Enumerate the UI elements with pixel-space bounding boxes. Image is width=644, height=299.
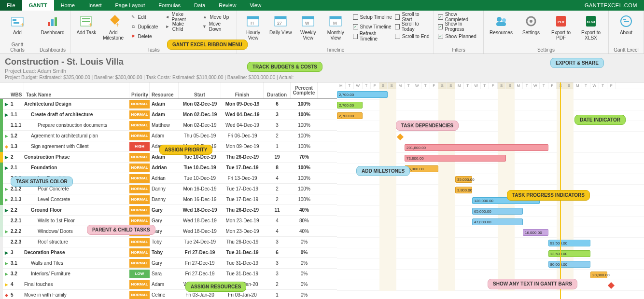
row-indicator-icon: ▶ [3,112,10,117]
export-xlsx-button[interactable]: XLSXExport to XLSX [577,13,604,41]
task-row[interactable]: ▶2.2.2Windows/ DoorsNORMALGaryWed 18-Dec… [0,226,337,237]
gantt-bar[interactable]: 35,000.00 [455,176,472,183]
show-completed-check[interactable]: ✓Show Completed [438,13,479,21]
gantt-bar[interactable]: 3,800.00 [455,187,472,193]
daily-icon: 27 [273,14,288,29]
cell-wbs: 1.1 [10,112,24,117]
task-row[interactable]: ▶1.2Agreement to architectural planNORMA… [0,131,337,141]
make-parent-button[interactable]: ◄Make Parent [163,13,197,21]
add-task-button[interactable]: + Add Task [74,13,98,36]
edit-button[interactable]: ✎Edit [128,13,160,21]
menu-insert[interactable]: Insert [82,0,109,11]
show-timeline-check[interactable]: ✓Show Timeline [353,22,392,31]
menu-home[interactable]: Home [54,0,82,11]
cell-duration: 3 [264,271,291,276]
gantt-bar[interactable]: 16,000.00 [523,229,548,236]
cell-duration: 6 [264,250,291,255]
task-row[interactable]: ▶3.1Walls and TilesNORMALGaryFri 27-Dec-… [0,258,337,269]
scroll-start-check[interactable]: Scroll to Start [395,13,430,21]
cell-resource: Gary [150,260,179,266]
menu-gantt[interactable]: GANTT [22,0,54,11]
col-resource[interactable]: Resource [150,82,179,98]
gantt-bar[interactable]: 73,800.00 [405,155,506,162]
duplicate-button[interactable]: ⧉Duplicate [128,22,160,31]
task-row[interactable]: 2.2.3Roof structureNORMALTobyTue 24-Dec-… [0,237,337,247]
col-task-name[interactable]: Task Name [24,82,129,98]
gantt-row: 201,800.00 [337,142,644,153]
menu-page-layout[interactable]: Page Layout [108,0,152,11]
hourly-view-button[interactable]: HHourly View [241,13,266,41]
cell-priority: NORMAL [129,185,150,193]
task-row[interactable]: ▶2.1FoundationNORMALAdrianTue 10-Dec-19T… [0,163,337,173]
cell-priority: HIGH [129,142,150,151]
day-letter: T [481,82,490,89]
scroll-today-check[interactable]: Scroll to Today [395,22,430,31]
svg-rect-4 [48,22,50,26]
task-row[interactable]: ▶4Final touchesNORMALAdamWed 01-Jan-20Th… [0,279,337,290]
scroll-end-check[interactable]: Scroll to End [395,32,430,41]
cell-wbs: 2.2.3 [10,239,24,245]
settings-button[interactable]: Settings [518,13,545,36]
milestone-marker[interactable] [608,282,615,289]
daily-view-button[interactable]: 27Daily View [268,13,293,36]
gantt-bar[interactable]: 2,700.00 [337,102,363,109]
task-row[interactable]: ▶2.1.3Level ConcreteNORMALDannyMon 16-De… [0,194,337,205]
gantt-bar[interactable]: 80,000.00 [548,261,591,268]
gantt-bar[interactable]: 47,000.00 [472,218,523,225]
cell-wbs: 4 [10,282,24,287]
col-duration[interactable]: Duration [264,82,291,98]
gantt-bar[interactable]: 65,000.00 [472,208,523,215]
add-milestone-button[interactable]: + Add Milestone [101,13,126,41]
svg-rect-35 [623,19,626,20]
weekly-view-button[interactable]: WWeekly View [296,13,321,41]
menu-formulas[interactable]: Formulas [152,0,187,11]
callout-ribbon-menu: GANTT EXCEL RIBBON MENU [167,40,248,50]
setup-timeline-check[interactable]: Setup Timeline [353,13,392,21]
task-row[interactable]: ▶3Decoration PhaseNORMALTobyFri 27-Dec-1… [0,247,337,258]
about-button[interactable]: About [613,13,640,36]
gantt-bar[interactable]: 13,500.00 [548,250,591,257]
task-row[interactable]: 2.2.1Walls to 1st FloorNORMALGaryWed 18-… [0,216,337,226]
task-row[interactable]: ▶1.1Create draft of architectureNORMALAd… [0,109,337,120]
task-row[interactable]: ▶1Architectural DesignNORMALAdamMon 02-D… [0,99,337,109]
task-row[interactable]: 1.1.1Prepare construction documentsNORMA… [0,120,337,131]
menu-review[interactable]: Review [212,0,243,11]
menu-data[interactable]: Data [187,0,212,11]
day-letter: F [489,82,498,89]
add-button[interactable]: + Add [4,13,31,36]
milestone-marker[interactable] [396,134,403,140]
task-row[interactable]: ▶2.2Ground FloorNORMALGaryWed 18-Dec-19T… [0,205,337,216]
gantt-bar[interactable]: 2,700.00 [337,91,388,98]
gantt-bar[interactable]: 201,800.00 [405,144,548,151]
refresh-timeline-check[interactable]: Refresh Timeline [353,32,392,41]
delete-button[interactable]: ✖Delete [128,32,160,41]
export-pdf-button[interactable]: PDFExport to PDF [547,13,574,41]
col-start[interactable]: Start [179,82,221,98]
status-color [0,173,3,184]
cell-priority: NORMAL [129,238,150,246]
gantt-bar[interactable]: 93,500.00 [548,240,591,246]
move-up-button[interactable]: ▲Move Up [200,13,233,21]
show-planned-check[interactable]: ✓Show Planned [438,32,479,41]
monthly-view-button[interactable]: MMonthly View [323,13,348,41]
menu-view[interactable]: View [243,0,268,11]
callout-task-deps: TASK DEPENDENCIES [396,121,459,131]
move-down-button[interactable]: ▼Move Down [200,22,233,31]
resources-button[interactable]: Resources [488,13,515,36]
make-child-button[interactable]: ►Make Child [163,22,197,31]
up-icon: ▲ [202,14,208,20]
col-wbs[interactable]: WBS [0,82,24,98]
col-finish[interactable]: Finish [221,82,264,98]
task-row[interactable]: ▶3.2Interiors/ FurnitureLOWSaraFri 27-De… [0,269,337,279]
cell-start: Tue 10-Dec-19 [179,176,221,181]
show-inprogress-check[interactable]: ✓Show In Progress [438,22,479,31]
dashboard-button[interactable]: Dashboard [39,13,66,36]
col-priority[interactable]: Priority [129,82,150,98]
col-percent-complete[interactable]: PercentComplete [291,82,318,98]
gantt-row: 93,500.00 [337,238,644,248]
gantt-bar[interactable]: 2,700.00 [337,112,363,119]
cell-wbs: 5 [10,292,24,298]
menu-file[interactable]: File [0,0,22,11]
gantt-bar[interactable]: 20,000.00 [590,272,607,278]
task-row[interactable]: ◆5Move in with FamilyNORMALCelineFri 03-… [0,290,337,299]
